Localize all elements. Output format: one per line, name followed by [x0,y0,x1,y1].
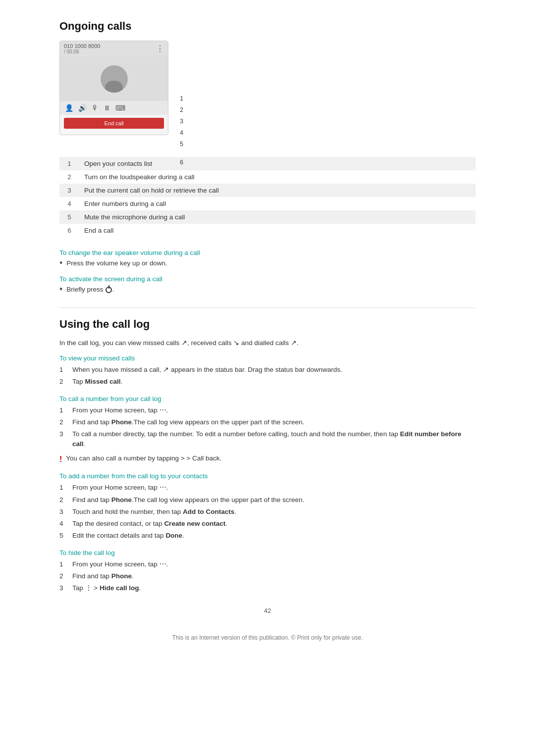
add-from-log-subsection: To add a number from the call log to you… [59,472,476,541]
step-num: 2 [59,417,67,427]
list-item: 5 Edit the contact details and tap Done. [59,531,476,541]
call-log-title: Using the call log [59,318,476,331]
table-row: 6End a call [59,224,476,237]
ongoing-calls-title: Ongoing calls [59,20,476,33]
row-desc: Open your contacts list [79,157,476,170]
step-text: Touch and hold the number, then tap Add … [72,507,236,517]
row-desc: End a call [79,224,476,237]
bullet-dot-2: • [59,285,62,294]
avatar [101,65,128,93]
end-call-bar: End call [64,118,164,129]
page-footer: This is an Internet version of this publ… [59,634,476,641]
list-item: 3 Tap ⋮ > Hide call log. [59,583,476,593]
call-from-log-subsection: To call a number from your call log 1 Fr… [59,395,476,465]
step-num: 3 [59,583,67,593]
step-text: To call a number directly, tap the numbe… [72,429,476,450]
row-desc: Mute the microphone during a call [79,210,476,224]
list-item: 1 From your Home screen, tap ⋯. [59,405,476,415]
speaker-icon: 🔊 [78,104,87,112]
hide-call-log-subsection: To hide the call log 1 From your Home sc… [59,549,476,594]
change-volume-bullet: • Press the volume key up or down. [59,259,476,267]
add-from-log-heading: To add a number from the call log to you… [59,472,476,480]
step-num: 1 [59,559,67,569]
phone-mockup: 010 1000 8000 / 00:06 ⋮ 👤 🔊 🎙 ⏸ [59,41,168,147]
phone-number: 010 1000 8000 [64,43,100,49]
ref-6: 6 [180,159,183,166]
step-text: Edit the contact details and tap Done. [72,531,184,541]
note-text: You can also call a number by tapping > … [66,454,221,462]
step-text: Tap the desired contact, or tap Create n… [72,519,227,529]
list-item: 2 Find and tap Phone.The call log view a… [59,495,476,505]
mute-icon: 🎙 [92,104,99,112]
step-text: Find and tap Phone.The call log view app… [72,495,304,505]
row-number: 3 [59,184,79,197]
activate-screen-bullet: • Briefly press . [59,286,476,294]
note-box: ! You can also call a number by tapping … [59,454,476,465]
list-item: 2 Tap Missed call. [59,377,476,387]
call-log-section: Using the call log In the call log, you … [59,318,476,593]
step-text: When you have missed a call, ↗ appears i… [72,365,342,375]
step-num: 1 [59,365,67,375]
row-desc: Put the current call on hold or retrieve… [79,184,476,197]
ongoing-calls-section: Ongoing calls 010 1000 8000 / 00:06 ⋮ [59,20,476,294]
list-item: 1 From your Home screen, tap ⋯. [59,483,476,493]
menu-icon: ⋮ [156,44,164,53]
step-num: 5 [59,531,67,541]
row-desc: Turn on the loudspeaker during a call [79,170,476,184]
row-number: 4 [59,197,79,210]
step-text: From your Home screen, tap ⋯. [72,483,168,493]
ref-5: 5 [180,141,183,148]
hide-call-log-heading: To hide the call log [59,549,476,556]
row-number: 2 [59,170,79,184]
hold-icon: ⏸ [104,104,110,112]
note-icon: ! [59,454,62,465]
ref-3: 3 [180,118,183,125]
table-row: 1Open your contacts list [59,157,476,170]
view-missed-calls-subsection: To view your missed calls 1 When you hav… [59,354,476,387]
hide-call-log-list: 1 From your Home screen, tap ⋯. 2 Find a… [59,559,476,594]
table-row: 2Turn on the loudspeaker during a call [59,170,476,184]
change-volume-heading: To change the ear speaker volume during … [59,249,476,256]
list-item: 1 From your Home screen, tap ⋯. [59,559,476,569]
contacts-icon: 👤 [65,104,73,112]
step-text: From your Home screen, tap ⋯. [72,559,168,569]
activate-screen-text: Briefly press . [66,286,114,293]
step-num: 1 [59,483,67,493]
call-log-intro: In the call log, you can view missed cal… [59,339,476,347]
step-num: 2 [59,377,67,387]
activate-screen-heading: To activate the screen during a call [59,275,476,283]
list-item: 1 When you have missed a call, ↗ appears… [59,365,476,375]
section-divider [59,307,476,308]
activate-screen-subsection: To activate the screen during a call • B… [59,275,476,294]
ref-lines: 1 2 3 4 5 6 [180,95,183,166]
step-num: 4 [59,519,67,529]
row-number: 1 [59,157,79,170]
page-number: 42 [59,607,476,614]
step-text: Tap Missed call. [72,377,122,387]
table-row: 5Mute the microphone during a call [59,210,476,224]
change-volume-subsection: To change the ear speaker volume during … [59,249,476,267]
add-from-log-list: 1 From your Home screen, tap ⋯. 2 Find a… [59,483,476,541]
step-text: Tap ⋮ > Hide call log. [72,583,141,593]
table-row: 3Put the current call on hold or retriev… [59,184,476,197]
row-number: 5 [59,210,79,224]
phone-icons-row: 👤 🔊 🎙 ⏸ ⌨ [60,101,168,115]
phone-top-bar: 010 1000 8000 / 00:06 ⋮ [60,41,168,56]
list-item: 2 Find and tap Phone. [59,571,476,581]
step-num: 2 [59,571,67,581]
ref-1: 1 [180,95,183,102]
step-num: 3 [59,429,67,439]
call-from-log-list: 1 From your Home screen, tap ⋯. 2 Find a… [59,405,476,450]
row-desc: Enter numbers during a call [79,197,476,210]
list-item: 2 Find and tap Phone.The call log view a… [59,417,476,427]
keypad-icon: ⌨ [115,104,125,112]
list-item: 4 Tap the desired contact, or tap Create… [59,519,476,529]
bullet-dot: • [59,258,62,267]
call-time: / 00:06 [64,49,100,54]
list-item: 3 Touch and hold the number, then tap Ad… [59,507,476,517]
change-volume-text: Press the volume key up or down. [66,259,167,267]
avatar-area [60,56,168,101]
step-num: 2 [59,495,67,505]
avatar-body [105,81,123,93]
row-number: 6 [59,224,79,237]
